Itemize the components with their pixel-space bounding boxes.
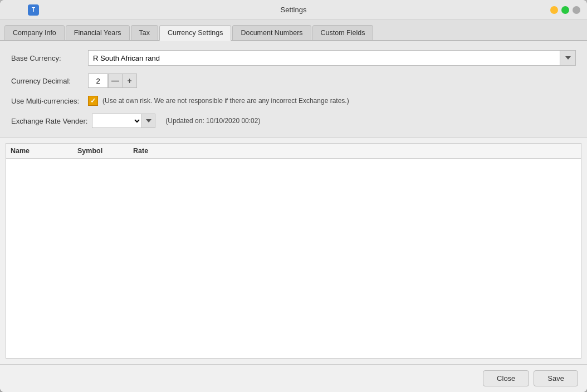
plus-icon: +	[127, 76, 131, 85]
column-symbol: Symbol	[77, 147, 133, 155]
decimal-increase-button[interactable]: +	[123, 74, 137, 88]
exchange-dropdown-button[interactable]	[142, 114, 155, 128]
base-currency-label: Base Currency:	[11, 54, 84, 62]
table-header: Name Symbol Rate	[6, 144, 581, 159]
window-title: Settings	[281, 6, 307, 14]
exchange-chevron-icon	[146, 119, 151, 122]
multi-currencies-label: Use Multi-currencies:	[11, 97, 84, 105]
tabs-bar: Company Info Financial Years Tax Currenc…	[0, 20, 587, 41]
base-currency-wrapper	[88, 50, 576, 66]
minimize-button[interactable]	[550, 6, 558, 14]
currency-decimal-label: Currency Decimal:	[11, 77, 84, 85]
base-currency-dropdown-button[interactable]	[560, 50, 576, 66]
column-rate: Rate	[133, 147, 576, 155]
column-name: Name	[11, 147, 77, 155]
chevron-down-icon	[565, 56, 571, 60]
app-icon-text: T	[32, 7, 35, 13]
multi-currency-controls: (Use at own risk. We are not responsible…	[88, 96, 349, 106]
settings-panel: Base Currency: Currency Decimal: 2 —	[0, 41, 587, 138]
exchange-rate-dropdown	[92, 114, 155, 128]
multi-currencies-disclaimer: (Use at own risk. We are not responsible…	[102, 97, 349, 105]
title-bar: T Settings	[0, 0, 587, 20]
tab-currency-settings[interactable]: Currency Settings	[159, 25, 231, 41]
base-currency-row: Base Currency:	[11, 50, 576, 66]
maximize-button[interactable]	[561, 6, 569, 14]
tab-document-numbers[interactable]: Document Numbers	[232, 25, 311, 40]
close-button[interactable]: Close	[483, 370, 529, 386]
multi-currencies-checkbox[interactable]	[88, 96, 98, 106]
updated-on-text: (Updated on: 10/10/2020 00:02)	[165, 117, 260, 125]
tab-financial-years[interactable]: Financial Years	[66, 25, 130, 40]
table-body	[6, 159, 581, 358]
settings-window: T Settings Company Info Financial Years …	[0, 0, 587, 392]
multi-currencies-row: Use Multi-currencies: (Use at own risk. …	[11, 96, 576, 106]
save-button[interactable]: Save	[534, 370, 578, 386]
window-controls-right	[550, 6, 580, 14]
tab-company-info[interactable]: Company Info	[4, 25, 65, 40]
exchange-rate-select[interactable]	[92, 114, 142, 128]
exchange-rate-row: Exchange Rate Vender: (Updated on: 10/10…	[11, 114, 576, 128]
tab-custom-fields[interactable]: Custom Fields	[312, 25, 374, 40]
content-area: Base Currency: Currency Decimal: 2 —	[0, 41, 587, 392]
base-currency-input[interactable]	[88, 50, 560, 66]
currency-decimal-row: Currency Decimal: 2 — +	[11, 74, 576, 88]
exchange-rate-label: Exchange Rate Vender:	[11, 117, 87, 125]
currency-table: Name Symbol Rate	[6, 143, 581, 359]
minus-icon: —	[111, 76, 119, 85]
decimal-value: 2	[88, 74, 108, 88]
decimal-controls: 2 — +	[88, 74, 137, 88]
bottom-bar: Close Save	[0, 364, 587, 392]
close-window-button[interactable]	[573, 6, 580, 14]
tab-tax[interactable]: Tax	[131, 25, 158, 40]
decimal-decrease-button[interactable]: —	[108, 74, 123, 88]
app-icon: T	[28, 4, 39, 16]
